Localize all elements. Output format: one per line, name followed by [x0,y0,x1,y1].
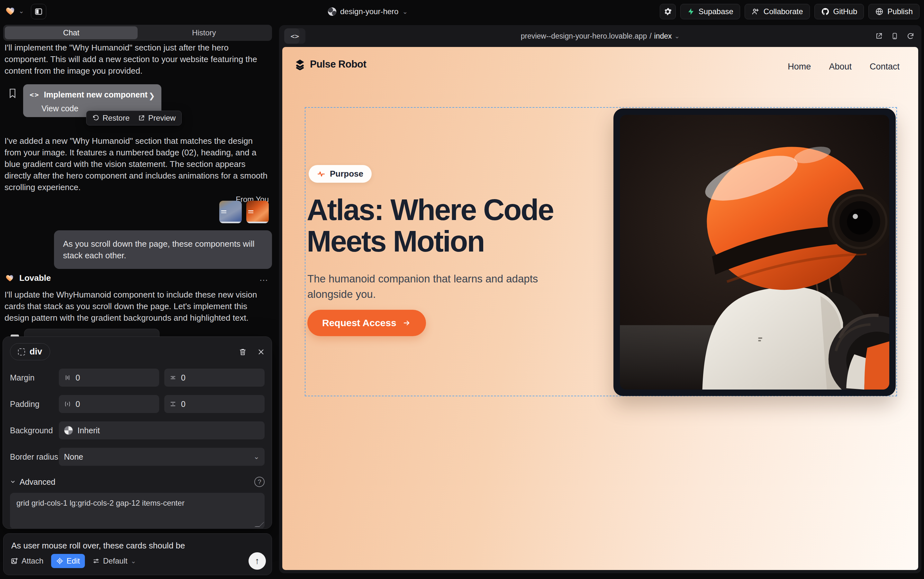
send-button[interactable]: ↑ [248,552,266,570]
sliders-icon [93,558,100,564]
nav-home[interactable]: Home [788,62,811,72]
border-radius-value: None [64,452,83,461]
preview-label: Preview [148,114,176,123]
nav-about[interactable]: About [829,62,852,72]
request-access-button[interactable]: Request Access [307,310,426,336]
selected-div-outline[interactable]: Purpose Atlas: Where Code Meets Motion T… [305,107,897,396]
restore-icon [92,114,100,122]
chevron-down-icon: ⌄ [674,32,680,40]
background-input[interactable]: Inherit [59,421,264,439]
project-switcher[interactable]: design-your-hero ⌄ [328,0,408,23]
chevron-down-icon: ⌄ [131,557,136,565]
padding-vertical-input[interactable]: 0 [164,395,264,413]
margin-horizontal-icon [64,374,71,381]
top-bar: ⌄ design-your-hero ⌄ Supabase [0,0,924,23]
close-icon [258,348,264,355]
code-icon: <> [29,91,39,99]
publish-button[interactable]: Publish [868,4,919,19]
open-in-new-tab-icon[interactable] [875,32,883,40]
attach-image-icon [11,557,18,565]
padding-horizontal-input[interactable]: 0 [59,395,159,413]
margin-label: Margin [10,373,59,383]
assistant-message-3: I'll update the WhyHumanoid component to… [5,289,271,324]
supabase-icon [687,7,695,16]
padding-vertical-icon [170,401,176,407]
purpose-badge: Purpose [309,165,372,183]
preview-button[interactable]: Preview [138,114,176,123]
background-label: Background [10,426,59,435]
composer-input[interactable]: As user mouse roll over, these cards sho… [11,541,264,551]
pulse-icon [317,170,325,178]
attachment-image-1[interactable] [219,201,242,223]
github-icon [821,7,829,16]
refresh-icon[interactable] [907,32,914,40]
message-menu-button[interactable]: … [259,273,269,283]
attachment-image-2[interactable] [246,201,269,223]
advanced-classes-textarea[interactable]: grid grid-cols-1 lg:grid-cols-2 gap-12 i… [10,493,264,529]
project-name: design-your-hero [340,7,398,16]
margin-horizontal-input[interactable]: 0 [59,369,159,387]
restore-button[interactable]: Restore [92,114,129,123]
tab-chat-label: Chat [63,28,79,37]
preview-url-host: preview--design-your-hero.lovable.app [521,32,647,41]
restore-preview-popup: Restore Preview [86,111,182,126]
chat-composer[interactable]: As user mouse roll over, these cards sho… [3,533,272,575]
github-button[interactable]: GitHub [815,4,864,19]
settings-button[interactable] [660,4,676,19]
edit-mode-button[interactable]: Edit [51,554,85,568]
github-label: GitHub [833,7,857,16]
attach-button[interactable]: Attach [11,556,43,566]
delete-element-button[interactable] [239,348,247,356]
chat-tabs: Chat History [3,25,272,41]
tab-history[interactable]: History [137,26,270,39]
project-favicon [328,7,336,16]
padding-horizontal-icon [64,401,71,407]
app-window: ⌄ design-your-hero ⌄ Supabase [0,0,924,579]
gear-icon [664,7,672,16]
attachment-thumbnails [219,201,269,223]
globe-icon [875,7,883,16]
nav-contact[interactable]: Contact [870,62,900,72]
site-logo[interactable]: Pulse Robot [294,59,366,70]
selected-element-chip[interactable]: div [10,343,50,360]
collaborate-button[interactable]: Collaborate [744,4,810,19]
restore-label: Restore [103,114,129,123]
border-radius-select[interactable]: None ⌄ [59,448,264,466]
tab-chat[interactable]: Chat [5,26,137,39]
close-inspector-button[interactable] [258,348,264,355]
request-access-label: Request Access [322,317,397,329]
chevron-down-icon[interactable] [10,479,16,485]
collaborate-icon [751,7,760,16]
chevron-right-icon: ❯ [149,92,155,100]
chevron-down-icon: ⌄ [19,7,24,15]
lovable-heart-icon [5,273,15,283]
arrow-right-icon [402,319,411,327]
sidebar-toggle-button[interactable] [31,4,46,19]
advanced-section-toggle[interactable]: Advanced [20,478,55,487]
lovable-heart-icon [5,6,16,16]
help-icon[interactable]: ? [254,477,264,487]
padding-label: Padding [10,399,59,409]
site-brand-name: Pulse Robot [310,59,366,70]
preview-url[interactable]: preview--design-your-hero.lovable.app / … [521,32,680,41]
margin-horizontal-value: 0 [75,373,80,383]
mobile-view-icon[interactable] [891,32,898,40]
padding-vertical-value: 0 [181,399,186,409]
hero-heading: Atlas: Where Code Meets Motion [307,194,638,257]
background-swatch [64,426,73,435]
assistant-message-1: I'll implement the "Why Humanoid" sectio… [5,42,271,77]
border-radius-label: Border radius [10,452,59,461]
margin-vertical-input[interactable]: 0 [164,369,264,387]
preview-pane: <> preview--design-your-hero.lovable.app… [279,25,921,573]
hero-robot-card [614,108,896,396]
code-view-toggle[interactable]: <> [284,28,305,44]
preview-toolbar: <> preview--design-your-hero.lovable.app… [279,25,921,47]
site-header: Pulse Robot Home About Contact [282,47,918,89]
supabase-button[interactable]: Supabase [680,4,740,19]
chevron-down-icon: ⌄ [254,453,260,461]
model-selector[interactable]: Default ⌄ [93,556,136,566]
margin-vertical-icon [170,374,176,381]
publish-label: Publish [887,7,913,16]
lovable-menu-button[interactable]: ⌄ [5,6,24,16]
tab-history-label: History [192,28,216,37]
